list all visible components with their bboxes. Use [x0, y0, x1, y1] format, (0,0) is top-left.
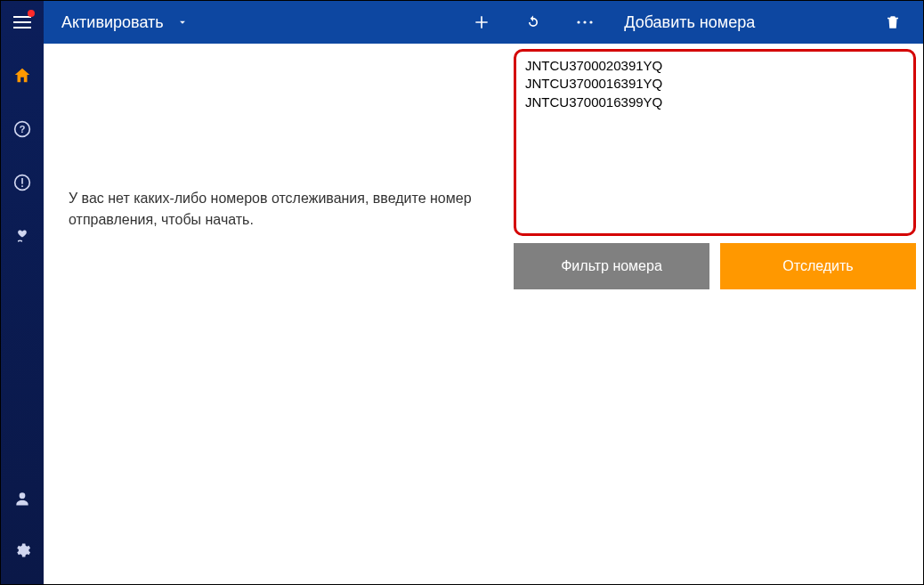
more-button[interactable] — [574, 12, 596, 33]
filter-button-label: Фильтр номера — [561, 258, 662, 274]
add-button[interactable] — [471, 12, 492, 33]
empty-tracking-message: У вас нет каких-либо номеров отслеживани… — [69, 188, 489, 231]
numbers-input-highlight — [514, 49, 916, 236]
app-window: ? Активировать — [0, 0, 924, 585]
add-numbers-title: Добавить номера — [624, 13, 755, 32]
toolbar-right-section: Добавить номера — [613, 1, 923, 44]
svg-text:?: ? — [20, 124, 26, 134]
left-pane: У вас нет каких-либо номеров отслеживани… — [44, 44, 514, 584]
toolbar-actions — [471, 1, 613, 44]
right-pane: Фильтр номера Отследить — [514, 44, 923, 584]
settings-icon[interactable] — [1, 532, 44, 568]
donate-icon[interactable] — [1, 218, 44, 254]
user-icon[interactable] — [1, 481, 44, 516]
refresh-button[interactable] — [523, 12, 544, 33]
track-button[interactable]: Отследить — [720, 243, 916, 289]
toolbar: Активировать Добавить номера — [44, 1, 923, 44]
filter-number-button[interactable]: Фильтр номера — [514, 243, 709, 289]
svg-point-8 — [590, 20, 593, 23]
svg-point-6 — [578, 20, 580, 23]
home-icon[interactable] — [1, 58, 44, 93]
menu-button[interactable] — [1, 4, 44, 40]
activate-dropdown[interactable]: Активировать — [44, 1, 189, 44]
trash-button[interactable] — [882, 12, 904, 33]
alert-icon[interactable] — [1, 165, 44, 200]
chevron-down-icon — [176, 16, 189, 28]
sidebar: ? — [1, 1, 44, 584]
button-row: Фильтр номера Отследить — [514, 243, 916, 289]
track-button-label: Отследить — [782, 258, 853, 274]
svg-rect-4 — [21, 185, 23, 187]
help-icon[interactable]: ? — [1, 111, 44, 147]
tracking-numbers-input[interactable] — [525, 57, 904, 228]
activate-label: Активировать — [61, 13, 164, 32]
notification-dot-icon — [28, 10, 35, 17]
svg-rect-3 — [21, 178, 23, 184]
main-area: Активировать Добавить номера — [44, 1, 923, 584]
svg-point-5 — [20, 492, 26, 499]
svg-point-7 — [584, 20, 587, 23]
body: У вас нет каких-либо номеров отслеживани… — [44, 44, 923, 584]
